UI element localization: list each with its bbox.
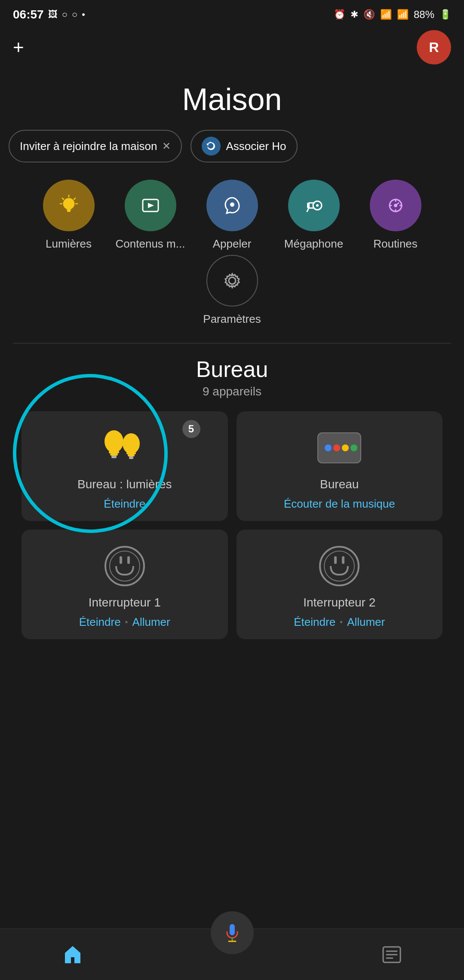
svg-rect-29: [111, 456, 117, 458]
svg-rect-2: [67, 211, 71, 212]
circle-icon-1: ○: [62, 9, 68, 20]
device-name-speaker: Bureau: [247, 478, 433, 491]
svg-point-40: [110, 551, 140, 581]
svg-rect-42: [127, 556, 130, 564]
status-left: 06:57 🖼 ○ ○ •: [13, 8, 85, 21]
invite-chip-label: Inviter à rejoindre la maison: [20, 140, 157, 153]
device-card-plug2[interactable]: Interrupteur 2 Éteindre • Allumer: [237, 530, 443, 639]
svg-point-26: [104, 430, 123, 453]
nav-list[interactable]: [381, 943, 403, 966]
svg-rect-27: [109, 451, 119, 453]
svg-point-35: [325, 444, 332, 451]
device-action-off-plug1[interactable]: Éteindre: [79, 616, 121, 629]
svg-rect-28: [110, 453, 118, 456]
circle-icon-2: ○: [72, 9, 77, 20]
device-card-lumieres[interactable]: 5 Bureau : lumières Éteindre: [22, 411, 228, 521]
nav-home[interactable]: [61, 943, 84, 966]
assoc-icon: [202, 137, 221, 156]
list-nav-icon: [381, 943, 403, 966]
speaker-icon: [313, 424, 365, 472]
svg-marker-9: [148, 203, 154, 208]
category-circle-parametres: [206, 255, 258, 306]
add-button[interactable]: +: [13, 38, 24, 57]
svg-line-16: [307, 208, 309, 211]
category-routines[interactable]: Routines: [357, 180, 434, 251]
svg-rect-41: [120, 556, 122, 564]
categories-grid: Lumières Contenus m... Appeler: [0, 175, 464, 334]
device-action-off-plug2[interactable]: Éteindre: [294, 616, 335, 629]
device-badge: 5: [182, 420, 200, 438]
home-nav-icon: [61, 943, 84, 966]
category-parametres[interactable]: Paramètres: [194, 255, 271, 326]
bottom-spacer: [0, 639, 464, 708]
svg-rect-33: [129, 456, 133, 459]
svg-rect-32: [128, 454, 135, 456]
gallery-icon: 🖼: [48, 9, 58, 20]
svg-rect-45: [334, 556, 337, 564]
mute-icon: 🔇: [363, 9, 375, 20]
category-appeler[interactable]: Appeler: [194, 180, 271, 251]
svg-point-39: [105, 547, 144, 585]
battery-icon: 🔋: [439, 9, 451, 20]
svg-line-5: [62, 198, 64, 199]
plug2-icon: [316, 542, 363, 590]
device-card-speaker[interactable]: Bureau Écouter de la musique: [237, 411, 443, 521]
device-actions-plug2: Éteindre • Allumer: [247, 616, 433, 629]
device-grid: 5 Bureau : lumières Éteindre Bureau Écou…: [13, 411, 451, 639]
svg-point-0: [63, 198, 74, 209]
category-label-appeler: Appeler: [213, 237, 252, 251]
category-contenus[interactable]: Contenus m...: [112, 180, 189, 251]
category-megaphone[interactable]: Mégaphone: [275, 180, 353, 251]
dot-sep-2: •: [340, 617, 343, 627]
signal-icon: 📶: [397, 9, 409, 20]
svg-rect-15: [307, 203, 310, 208]
invite-chip[interactable]: Inviter à rejoindre la maison ✕: [9, 130, 182, 162]
category-label-megaphone: Mégaphone: [284, 237, 343, 251]
plug1-icon: [101, 542, 148, 590]
status-bar: 06:57 🖼 ○ ○ • ⏰ ✱ 🔇 📶 📶 88% 🔋: [0, 0, 464, 26]
action-chips-row: Inviter à rejoindre la maison ✕ Associer…: [0, 130, 464, 175]
category-circle-routines: [370, 180, 421, 231]
page-title: Maison: [0, 73, 464, 130]
svg-line-4: [74, 198, 75, 199]
wifi-icon: 📶: [380, 9, 392, 20]
device-name-plug1: Interrupteur 1: [32, 596, 218, 609]
assoc-chip[interactable]: Associer Ho: [191, 130, 297, 162]
device-actions-plug1: Éteindre • Allumer: [32, 616, 218, 629]
svg-point-12: [316, 204, 319, 207]
svg-rect-31: [126, 452, 136, 454]
svg-point-37: [342, 444, 349, 451]
category-lumieres[interactable]: Lumières: [30, 180, 108, 251]
category-label-parametres: Paramètres: [203, 312, 261, 326]
bluetooth-icon: ✱: [350, 9, 358, 20]
alarm-icon: ⏰: [334, 9, 345, 20]
category-circle-contenus: [125, 180, 176, 231]
invite-chip-close[interactable]: ✕: [162, 140, 171, 152]
svg-rect-46: [342, 556, 344, 564]
avatar[interactable]: R: [417, 30, 451, 64]
dot-sep-1: •: [125, 617, 128, 627]
category-label-contenus: Contenus m...: [116, 237, 185, 251]
device-action-lumieres[interactable]: Éteindre: [32, 497, 218, 511]
microphone-icon: [222, 922, 243, 943]
device-action-on-plug1[interactable]: Allumer: [132, 616, 170, 629]
room-count: 9 appareils: [13, 385, 451, 398]
voice-button[interactable]: [211, 911, 254, 954]
device-icon-area-lumieres: 5: [32, 424, 218, 472]
svg-point-25: [229, 277, 236, 284]
status-right: ⏰ ✱ 🔇 📶 📶 88% 🔋: [334, 9, 451, 21]
dot-icon: •: [82, 9, 85, 20]
room-title: Bureau: [13, 356, 451, 382]
device-action-on-plug2[interactable]: Allumer: [347, 616, 385, 629]
svg-rect-1: [67, 209, 71, 211]
bulbs-icon: [90, 424, 159, 472]
device-card-plug1[interactable]: Interrupteur 1 Éteindre • Allumer: [22, 530, 228, 639]
room-section: Bureau 9 appareils: [0, 352, 464, 639]
device-icon-area-plug2: [247, 542, 433, 590]
battery-label: 88%: [414, 9, 434, 21]
device-action-speaker[interactable]: Écouter de la musique: [247, 497, 433, 511]
device-icon-area-plug1: [32, 542, 218, 590]
device-name-lumieres: Bureau : lumières: [32, 478, 218, 491]
top-bar: + R: [0, 26, 464, 73]
device-name-plug2: Interrupteur 2: [247, 596, 433, 609]
